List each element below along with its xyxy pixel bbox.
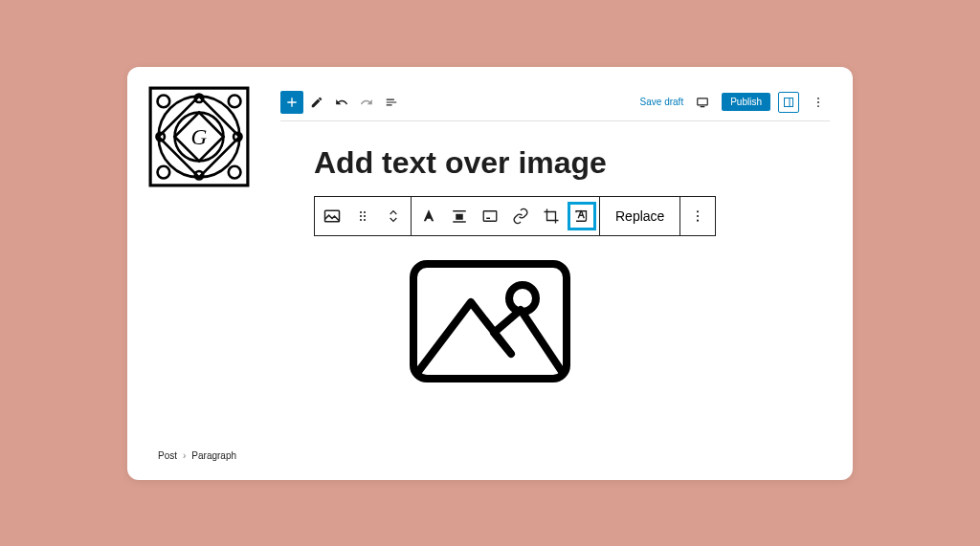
svg-point-20	[360, 210, 362, 212]
breadcrumb-root[interactable]: Post	[158, 450, 177, 461]
style-icon[interactable]	[414, 202, 443, 230]
toolbar-left	[280, 91, 403, 114]
block-type-image-icon[interactable]	[318, 202, 346, 230]
add-block-button[interactable]	[280, 91, 303, 114]
text-overlay-icon[interactable]	[568, 202, 596, 230]
svg-point-5	[817, 101, 819, 103]
save-draft-link[interactable]: Save draft	[640, 97, 684, 107]
svg-point-23	[364, 214, 366, 216]
svg-rect-19	[325, 210, 340, 222]
svg-point-22	[360, 214, 362, 216]
toolbar-right: Save draft Publish	[640, 91, 830, 114]
caption-icon[interactable]	[476, 202, 504, 230]
editor-window: Save draft Publish	[127, 67, 853, 480]
publish-button[interactable]: Publish	[722, 93, 770, 111]
document-overview-icon[interactable]	[380, 91, 403, 114]
drag-handle-icon[interactable]	[348, 202, 377, 230]
link-icon[interactable]	[506, 202, 535, 230]
svg-point-32	[697, 214, 699, 216]
preview-icon[interactable]	[691, 91, 714, 114]
svg-point-21	[364, 210, 366, 212]
block-toolbar: Replace	[314, 196, 716, 236]
redo-icon[interactable]	[355, 91, 378, 114]
breadcrumb: Post › Paragraph	[158, 450, 236, 461]
post-title[interactable]: Add text over image	[314, 145, 607, 181]
header-divider	[280, 120, 830, 121]
svg-rect-0	[698, 98, 708, 104]
svg-rect-27	[456, 213, 463, 219]
edit-icon[interactable]	[305, 91, 328, 114]
breadcrumb-current[interactable]: Paragraph	[191, 450, 236, 461]
svg-point-25	[364, 218, 366, 220]
breadcrumb-separator: ›	[183, 450, 186, 461]
site-logo[interactable]: G	[148, 86, 250, 187]
image-block-placeholder[interactable]	[408, 258, 572, 388]
replace-button[interactable]: Replace	[602, 197, 678, 235]
undo-icon[interactable]	[330, 91, 353, 114]
svg-rect-29	[483, 210, 497, 221]
svg-point-24	[360, 218, 362, 220]
settings-panel-toggle[interactable]	[778, 92, 799, 113]
svg-point-6	[817, 105, 819, 107]
crop-icon[interactable]	[537, 202, 566, 230]
align-icon[interactable]	[445, 202, 474, 230]
svg-point-4	[817, 97, 819, 98]
svg-point-31	[697, 210, 699, 212]
more-options-icon[interactable]	[683, 202, 712, 230]
svg-point-33	[697, 219, 699, 221]
move-up-down-icon[interactable]	[379, 202, 408, 230]
options-kebab-icon[interactable]	[807, 91, 830, 114]
svg-text:G: G	[191, 124, 208, 149]
svg-rect-2	[785, 98, 793, 106]
